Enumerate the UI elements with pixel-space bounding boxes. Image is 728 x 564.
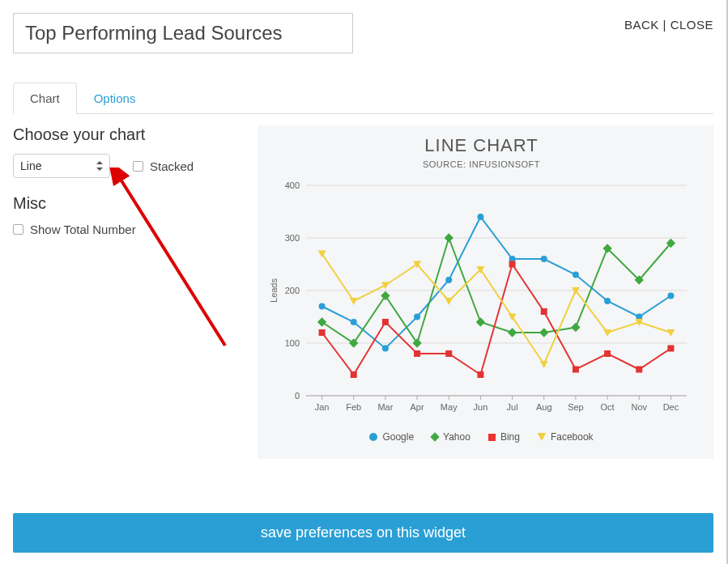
triangle-marker-icon bbox=[538, 433, 546, 441]
svg-marker-77 bbox=[445, 298, 453, 305]
back-link[interactable]: BACK bbox=[624, 18, 659, 32]
chart-type-value: Line bbox=[20, 159, 41, 172]
square-marker-icon bbox=[488, 434, 496, 441]
svg-text:Nov: Nov bbox=[631, 402, 647, 412]
chart-title: LINE CHART bbox=[266, 135, 697, 156]
svg-rect-72 bbox=[667, 346, 674, 352]
misc-heading: Misc bbox=[13, 194, 248, 213]
svg-text:Oct: Oct bbox=[601, 402, 615, 412]
line-chart: 0100200300400LeadsJanFebMarAprMayJunJulA… bbox=[266, 177, 695, 420]
svg-rect-56 bbox=[539, 328, 548, 337]
svg-point-38 bbox=[351, 319, 357, 325]
show-total-checkbox[interactable] bbox=[13, 224, 23, 235]
svg-rect-61 bbox=[319, 329, 326, 336]
svg-text:Aug: Aug bbox=[536, 402, 552, 412]
svg-text:Leads: Leads bbox=[269, 278, 279, 303]
close-link[interactable]: CLOSE bbox=[671, 18, 713, 32]
svg-point-42 bbox=[477, 214, 483, 220]
svg-point-45 bbox=[573, 272, 579, 278]
svg-marker-82 bbox=[603, 329, 611, 337]
stacked-checkbox[interactable] bbox=[133, 161, 143, 172]
svg-text:Apr: Apr bbox=[411, 402, 424, 412]
svg-rect-67 bbox=[509, 261, 516, 268]
svg-point-44 bbox=[541, 256, 547, 262]
svg-text:300: 300 bbox=[285, 233, 300, 243]
legend-item-google[interactable]: Google bbox=[369, 431, 414, 443]
svg-rect-52 bbox=[412, 338, 421, 347]
header-nav: BACK | CLOSE bbox=[624, 13, 713, 32]
legend-item-bing[interactable]: Bing bbox=[488, 431, 520, 443]
chart-legend: Google Yahoo Bing Facebook bbox=[266, 431, 697, 443]
svg-rect-55 bbox=[508, 328, 517, 337]
svg-marker-75 bbox=[381, 282, 390, 290]
tabs: Chart Options bbox=[13, 83, 713, 114]
svg-rect-65 bbox=[445, 350, 452, 357]
svg-marker-80 bbox=[540, 361, 548, 368]
svg-rect-54 bbox=[476, 317, 485, 326]
choose-chart-heading: Choose your chart bbox=[13, 125, 248, 144]
svg-text:Feb: Feb bbox=[346, 402, 361, 412]
svg-point-48 bbox=[667, 293, 674, 299]
svg-rect-71 bbox=[636, 367, 642, 373]
save-preferences-button[interactable]: save preferences on this widget bbox=[13, 513, 713, 553]
svg-rect-57 bbox=[571, 323, 580, 332]
show-total-label: Show Total Number bbox=[30, 223, 136, 236]
svg-rect-49 bbox=[317, 317, 326, 326]
svg-rect-64 bbox=[414, 350, 420, 357]
chart-panel: LINE CHART SOURCE: INFUSIONSOFT 01002003… bbox=[258, 125, 713, 459]
svg-text:Mar: Mar bbox=[377, 402, 393, 412]
svg-text:Jan: Jan bbox=[315, 402, 330, 412]
svg-point-41 bbox=[445, 277, 452, 283]
svg-rect-69 bbox=[573, 367, 579, 373]
svg-rect-66 bbox=[477, 371, 483, 378]
svg-text:Dec: Dec bbox=[663, 402, 679, 412]
legend-item-facebook[interactable]: Facebook bbox=[538, 431, 594, 443]
svg-rect-63 bbox=[382, 319, 389, 325]
svg-point-40 bbox=[414, 314, 420, 320]
svg-text:200: 200 bbox=[285, 286, 300, 295]
svg-rect-62 bbox=[351, 371, 357, 378]
diamond-marker-icon bbox=[430, 432, 439, 441]
widget-title-input[interactable] bbox=[13, 13, 353, 53]
svg-text:Sep: Sep bbox=[568, 402, 584, 412]
stacked-checkbox-row[interactable]: Stacked bbox=[133, 159, 194, 173]
svg-point-46 bbox=[604, 298, 611, 304]
show-total-checkbox-row[interactable]: Show Total Number bbox=[13, 223, 248, 236]
circle-marker-icon bbox=[369, 433, 377, 441]
chart-type-select[interactable]: Line bbox=[13, 154, 110, 178]
svg-point-37 bbox=[319, 303, 326, 310]
svg-rect-70 bbox=[604, 350, 611, 357]
svg-text:Jun: Jun bbox=[474, 402, 488, 412]
svg-rect-50 bbox=[349, 338, 358, 347]
svg-text:May: May bbox=[441, 402, 458, 412]
svg-rect-51 bbox=[381, 291, 390, 300]
chart-subtitle: SOURCE: INFUSIONSOFT bbox=[266, 159, 697, 169]
tab-chart[interactable]: Chart bbox=[13, 83, 77, 114]
svg-rect-68 bbox=[541, 308, 547, 315]
svg-marker-84 bbox=[666, 329, 675, 337]
svg-text:0: 0 bbox=[295, 391, 300, 401]
svg-point-39 bbox=[382, 346, 389, 352]
svg-text:400: 400 bbox=[285, 180, 300, 190]
svg-text:100: 100 bbox=[285, 338, 300, 348]
tab-options[interactable]: Options bbox=[77, 83, 153, 114]
svg-marker-74 bbox=[350, 298, 358, 305]
svg-rect-53 bbox=[445, 233, 453, 242]
legend-item-yahoo[interactable]: Yahoo bbox=[432, 431, 470, 443]
stacked-label: Stacked bbox=[150, 159, 194, 173]
svg-text:Jul: Jul bbox=[507, 402, 518, 412]
